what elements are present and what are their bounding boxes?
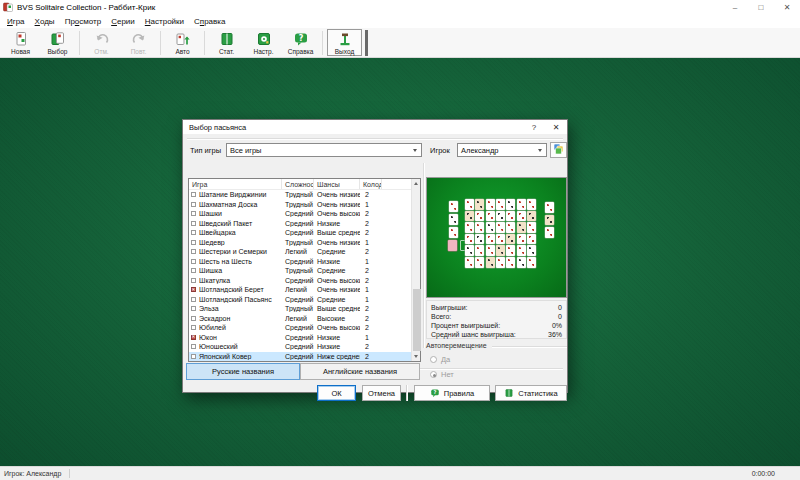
game-row[interactable]: ШкатулкаСреднийОчень высокие2 bbox=[189, 276, 411, 286]
cancel-button[interactable]: Отмена bbox=[362, 385, 401, 401]
menu-item-2[interactable]: Просмотр bbox=[60, 14, 107, 28]
radio-icon bbox=[430, 356, 437, 363]
maximize-button[interactable]: □ bbox=[748, 0, 774, 14]
game-checkbox[interactable] bbox=[191, 211, 196, 216]
column-header-game[interactable]: Игра bbox=[189, 179, 282, 189]
window-titlebar: BVS Solitaire Collection - Раббит-Крик –… bbox=[0, 0, 800, 14]
game-name: Шведский Пакет bbox=[199, 220, 282, 227]
scrollbar-thumb[interactable] bbox=[413, 289, 421, 351]
preview-card bbox=[527, 199, 536, 210]
toolbar-button-5[interactable]: Стат. bbox=[209, 29, 244, 56]
preview-card bbox=[496, 234, 505, 245]
game-checkbox[interactable] bbox=[191, 278, 196, 283]
game-name: Шотландский Берет bbox=[199, 286, 282, 293]
game-difficulty: Трудный bbox=[282, 239, 314, 246]
manage-players-button[interactable] bbox=[550, 142, 567, 158]
dialog-close-button[interactable]: ✕ bbox=[545, 120, 567, 134]
choose-game-icon bbox=[50, 31, 66, 47]
preview-card bbox=[465, 257, 474, 268]
select-solitaire-dialog: Выбор пасьянса ? ✕ Тип игры Все игры Игр… bbox=[182, 119, 568, 393]
english-names-button[interactable]: Английские названия bbox=[300, 363, 420, 380]
game-checkbox[interactable] bbox=[191, 240, 196, 245]
column-header-difficulty[interactable]: Сложность bbox=[282, 179, 314, 189]
stat-value: 0 bbox=[558, 304, 562, 311]
toolbar-button-1[interactable]: Выбор bbox=[40, 29, 75, 56]
game-row[interactable]: ШедеврТрудныйОчень низкие1 bbox=[189, 238, 411, 248]
close-button[interactable]: ✕ bbox=[774, 0, 800, 14]
statistics-button[interactable]: Статистика bbox=[495, 385, 567, 401]
game-row[interactable]: ЮбилейСреднийОчень высокие2 bbox=[189, 323, 411, 333]
game-checkbox[interactable] bbox=[191, 344, 196, 349]
game-row[interactable]: ✕ЮконСреднийНизкие1 bbox=[189, 333, 411, 343]
game-checkbox[interactable] bbox=[191, 230, 196, 235]
game-checkbox[interactable] bbox=[191, 259, 196, 264]
menu-item-0[interactable]: Игра bbox=[2, 14, 30, 28]
game-row[interactable]: Шведский ПакетСреднийНизкие2 bbox=[189, 219, 411, 229]
stat-label: Средний шанс выигрыша: bbox=[431, 331, 516, 338]
list-scrollbar[interactable] bbox=[411, 179, 420, 361]
menu-item-3[interactable]: Серии bbox=[106, 14, 140, 28]
game-checkbox[interactable] bbox=[191, 306, 196, 311]
dialog-help-button[interactable]: ? bbox=[523, 120, 545, 134]
game-checkbox[interactable] bbox=[191, 221, 196, 226]
status-player: Игрок: Александр bbox=[0, 470, 61, 477]
game-row[interactable]: Шатание ВирджинииТрудныйОчень низкие2 bbox=[189, 190, 411, 200]
game-checkbox[interactable] bbox=[191, 268, 196, 273]
preview-card bbox=[475, 222, 484, 233]
game-checkbox[interactable] bbox=[191, 297, 196, 302]
game-chances: Выше среднего bbox=[314, 229, 360, 236]
scroll-up-icon[interactable] bbox=[412, 179, 420, 188]
game-type-combo[interactable]: Все игры bbox=[226, 143, 422, 157]
player-combo[interactable]: Александр bbox=[457, 143, 547, 157]
game-checkbox[interactable] bbox=[191, 325, 196, 330]
game-difficulty: Трудный bbox=[282, 191, 314, 198]
game-checkbox[interactable] bbox=[191, 192, 196, 197]
preview-card bbox=[486, 245, 495, 256]
game-row[interactable]: ЭльзаТрудныйВыше среднего2 bbox=[189, 304, 411, 314]
game-name: Шестерки и Семерки bbox=[199, 248, 282, 255]
preview-card bbox=[506, 199, 515, 210]
game-row[interactable]: Шесть на ШестьСреднийНизкие1 bbox=[189, 257, 411, 267]
game-name: Юношеский bbox=[199, 343, 282, 350]
game-row[interactable]: Японский КоверСреднийНиже среднего2 bbox=[189, 352, 411, 362]
game-row[interactable]: ШишкаТрудныйСредние2 bbox=[189, 266, 411, 276]
game-row[interactable]: Шахматная ДоскаТрудныйОчень низкие1 bbox=[189, 200, 411, 210]
menu-item-4[interactable]: Настройки bbox=[140, 14, 189, 28]
game-row[interactable]: ШашкиСреднийОчень высокие2 bbox=[189, 209, 411, 219]
ok-button[interactable]: ОК bbox=[317, 385, 356, 401]
game-row[interactable]: ✕Шотландский БеретЛегкийОчень низкие1 bbox=[189, 285, 411, 295]
toolbar-button-6[interactable]: Настр. bbox=[246, 29, 281, 56]
minimize-button[interactable]: – bbox=[722, 0, 748, 14]
game-checkbox[interactable] bbox=[191, 202, 196, 207]
toolbar-button-label: Повт. bbox=[131, 48, 147, 55]
game-row[interactable]: ШвейцаркаСреднийВыше среднего2 bbox=[189, 228, 411, 238]
toolbar-button-4[interactable]: Авто bbox=[165, 29, 200, 56]
toolbar-button-label: Выход bbox=[335, 48, 354, 55]
preview-card bbox=[527, 211, 536, 222]
game-chances: Средние bbox=[314, 267, 360, 274]
game-row[interactable]: ЮношескийСреднийНизкие2 bbox=[189, 342, 411, 352]
game-row[interactable]: Шотландский ПасьянсСреднийСредние1 bbox=[189, 295, 411, 305]
column-header-chances[interactable]: Шансы bbox=[314, 179, 360, 189]
game-row[interactable]: ЭскадронЛегкийВысокие2 bbox=[189, 314, 411, 324]
preview-card bbox=[545, 227, 554, 238]
toolbar-button-0[interactable]: Новая bbox=[3, 29, 38, 56]
column-header-decks[interactable]: Колод bbox=[360, 179, 382, 189]
game-checkbox[interactable] bbox=[191, 249, 196, 254]
preview-card bbox=[486, 199, 495, 210]
russian-names-button[interactable]: Русские названия bbox=[186, 363, 300, 380]
game-decks: 2 bbox=[360, 353, 380, 360]
rules-button[interactable]: ? Правила bbox=[414, 385, 490, 401]
preview-card bbox=[527, 234, 536, 245]
game-checkbox[interactable] bbox=[191, 354, 196, 359]
menu-item-1[interactable]: Ходы bbox=[30, 14, 60, 28]
scroll-down-icon[interactable] bbox=[412, 352, 420, 361]
game-checkbox[interactable]: ✕ bbox=[191, 335, 196, 340]
toolbar-button-8[interactable]: Выход bbox=[327, 29, 362, 56]
rules-bubble-icon: ? bbox=[430, 388, 440, 398]
menu-item-5[interactable]: Справка bbox=[189, 14, 230, 28]
toolbar-button-7[interactable]: ?Справка bbox=[283, 29, 318, 56]
game-checkbox[interactable] bbox=[191, 316, 196, 321]
game-checkbox[interactable]: ✕ bbox=[191, 287, 196, 292]
game-row[interactable]: Шестерки и СемеркиЛегкийСредние2 bbox=[189, 247, 411, 257]
